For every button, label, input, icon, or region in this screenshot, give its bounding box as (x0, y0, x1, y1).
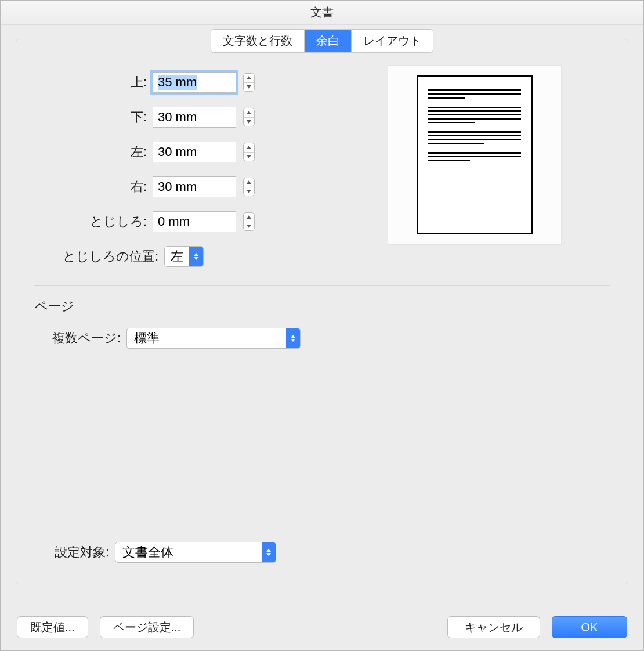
content-panel: 文字数と行数 余白 レイアウト 上: (16, 39, 628, 584)
right-margin-stepper[interactable] (243, 178, 255, 196)
svg-marker-3 (247, 120, 251, 124)
svg-marker-6 (247, 180, 251, 184)
tab-bar: 文字数と行数 余白 レイアウト (211, 29, 433, 53)
svg-marker-0 (247, 76, 251, 79)
tab-margins[interactable]: 余白 (305, 30, 352, 52)
stepper-up-icon[interactable] (244, 143, 254, 153)
multi-page-label: 複数ページ: (34, 330, 126, 347)
window-title: 文書 (1, 1, 643, 25)
divider (34, 285, 610, 286)
top-margin-label: 上: (34, 74, 153, 91)
page-setup-button[interactable]: ページ設定... (100, 616, 194, 638)
svg-marker-13 (291, 339, 295, 342)
stepper-down-icon[interactable] (244, 118, 254, 126)
svg-marker-14 (266, 549, 271, 552)
stepper-down-icon[interactable] (244, 222, 254, 231)
top-margin-stepper[interactable] (243, 73, 255, 92)
svg-marker-2 (247, 111, 251, 114)
dialog-body: 文字数と行数 余白 レイアウト 上: (1, 25, 643, 604)
ok-button[interactable]: OK (552, 616, 627, 638)
stepper-down-icon[interactable] (244, 187, 254, 196)
svg-marker-10 (194, 253, 198, 256)
apply-to-value: 文書全体 (115, 544, 262, 561)
bottom-margin-stepper[interactable] (243, 108, 255, 126)
svg-marker-5 (247, 155, 251, 158)
right-margin-input[interactable] (153, 176, 236, 197)
multi-page-select[interactable]: 標準 (126, 328, 301, 349)
svg-marker-9 (247, 225, 251, 228)
stepper-up-icon[interactable] (244, 108, 254, 118)
svg-marker-1 (247, 85, 251, 89)
updown-icon (189, 247, 203, 266)
svg-marker-15 (266, 553, 271, 556)
top-margin-field (153, 72, 255, 93)
gutter-label: とじしろ: (34, 213, 153, 230)
stepper-up-icon[interactable] (244, 213, 254, 222)
stepper-up-icon[interactable] (244, 178, 254, 187)
tab-chars-lines[interactable]: 文字数と行数 (211, 30, 305, 52)
updown-icon (286, 328, 300, 348)
stepper-up-icon[interactable] (244, 74, 254, 83)
dialog-footer: 既定値... ページ設定... キャンセル OK (1, 604, 643, 650)
svg-marker-8 (247, 215, 251, 219)
left-margin-stepper[interactable] (243, 143, 255, 161)
bottom-margin-input[interactable] (153, 107, 236, 128)
document-dialog: 文書 文字数と行数 余白 レイアウト 上: (0, 0, 644, 651)
page-section-title: ページ (35, 298, 610, 315)
page-preview-page (417, 75, 533, 234)
stepper-down-icon[interactable] (244, 83, 254, 92)
gutter-stepper[interactable] (243, 212, 255, 231)
top-margin-input[interactable] (153, 72, 236, 93)
apply-to-label: 設定対象: (34, 544, 115, 561)
tab-layout[interactable]: レイアウト (352, 30, 433, 52)
gutter-position-select[interactable]: 左 (164, 246, 204, 267)
left-margin-label: 左: (34, 143, 153, 161)
gutter-input[interactable] (153, 211, 236, 232)
apply-to-select[interactable]: 文書全体 (115, 542, 276, 563)
svg-marker-12 (291, 335, 295, 338)
multi-page-value: 標準 (127, 330, 286, 347)
right-margin-label: 右: (34, 178, 153, 196)
bottom-margin-label: 下: (34, 108, 153, 126)
stepper-down-icon[interactable] (244, 153, 254, 161)
updown-icon (262, 542, 276, 562)
svg-marker-4 (247, 146, 251, 149)
gutter-position-value: 左 (165, 248, 189, 265)
cancel-button[interactable]: キャンセル (447, 616, 540, 638)
svg-marker-11 (194, 257, 198, 260)
gutter-position-label: とじしろの位置: (34, 248, 164, 265)
svg-marker-7 (247, 190, 251, 193)
page-preview (388, 65, 562, 245)
defaults-button[interactable]: 既定値... (17, 616, 88, 638)
left-margin-input[interactable] (153, 142, 236, 162)
